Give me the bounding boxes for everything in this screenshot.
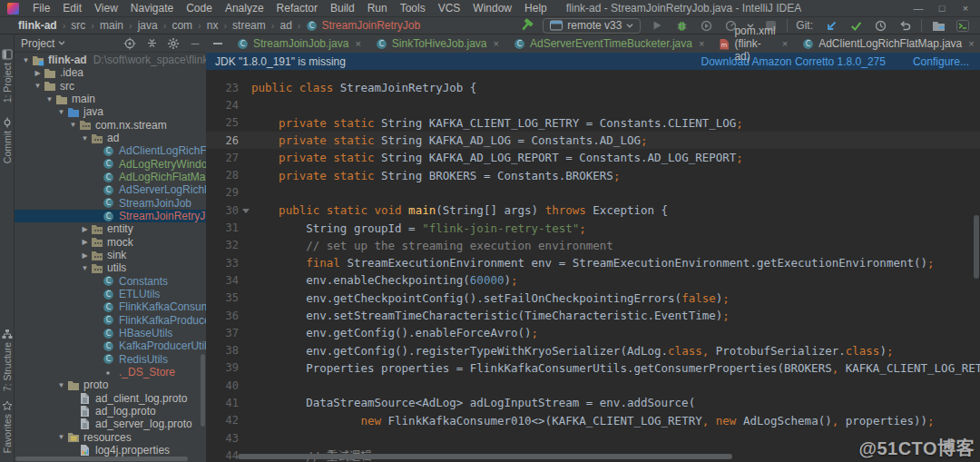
- tree-item-hbaseutils[interactable]: CHBaseUtils: [15, 327, 206, 339]
- menu-item-file[interactable]: File: [26, 0, 56, 16]
- tab-pom-xml-flink-ad[interactable]: mpom.xml (flink-ad)×: [711, 34, 795, 53]
- project-view-dropdown[interactable]: Project: [21, 37, 65, 50]
- menu-item-help[interactable]: Help: [518, 0, 554, 16]
- tree-item-src[interactable]: ▼src: [15, 80, 206, 93]
- menu-item-analyze[interactable]: Analyze: [219, 0, 270, 16]
- tool-window-button-7-structure[interactable]: 7: Structure: [2, 329, 13, 391]
- tab-close-icon[interactable]: ×: [968, 38, 974, 49]
- menu-item-view[interactable]: View: [88, 0, 124, 16]
- tab-close-icon[interactable]: ×: [355, 38, 360, 49]
- terminal-button[interactable]: [955, 18, 971, 33]
- menu-item-tools[interactable]: Tools: [394, 0, 432, 16]
- breadcrumb-nx[interactable]: nx: [207, 19, 219, 32]
- tree-item-utils[interactable]: ▼utils: [15, 261, 206, 274]
- tree-item-adlogretrywindowfunct[interactable]: CAdLogRetryWindowFunct: [15, 158, 206, 171]
- editor-horizontal-scrollbar[interactable]: [238, 454, 732, 459]
- run-with-coverage-button[interactable]: [698, 18, 714, 33]
- code-editor[interactable]: 23public class StreamJoinRetryJob {2425 …: [206, 70, 980, 462]
- tree-item-flinkkafkaproducerutils[interactable]: CFlinkKafkaProducerUtils: [15, 314, 206, 327]
- tab-close-icon[interactable]: ×: [782, 38, 788, 49]
- minimize-button[interactable]: —: [913, 0, 924, 16]
- tree-item-ds-store[interactable]: ._DS_Store: [15, 366, 206, 378]
- tool-window-button-commit[interactable]: Commit: [2, 117, 13, 163]
- maximize-button[interactable]: □: [936, 0, 947, 16]
- menu-item-code[interactable]: Code: [180, 0, 219, 16]
- tree-item-flinkkafkaconsumerutils[interactable]: CFlinkKafkaConsumerUtils: [15, 300, 206, 313]
- tree-item-streamjoinjob[interactable]: CStreamJoinJob: [15, 197, 206, 210]
- tree-collapsed-arrow-icon: ▶: [79, 251, 91, 260]
- tab-close-icon[interactable]: ×: [494, 38, 499, 49]
- debug-button[interactable]: [673, 18, 690, 33]
- download-jdk-link[interactable]: Download Amazon Corretto 1.8.0_275: [701, 55, 885, 68]
- tree-item-resources[interactable]: ▼resources: [15, 431, 206, 444]
- tab-adservereventtimebucketer-java[interactable]: CAdServerEventTimeBucketer.java×: [506, 34, 711, 53]
- tree-item-streamjoinretryjob[interactable]: CStreamJoinRetryJob: [15, 210, 206, 222]
- editor-vertical-scrollbar[interactable]: [974, 215, 979, 279]
- breadcrumb-ad[interactable]: ad: [279, 19, 291, 32]
- tree-item-ad[interactable]: ▼ad: [15, 132, 206, 144]
- tab-sinktohivejob-java[interactable]: CSinkToHiveJob.java×: [368, 34, 506, 53]
- menu-item-run[interactable]: Run: [361, 0, 394, 16]
- tree-item-main[interactable]: ▼main: [15, 93, 206, 105]
- tree-item-redisutils[interactable]: CRedisUtils: [15, 353, 206, 366]
- folder-java-icon: [67, 106, 82, 118]
- close-button[interactable]: ×: [960, 0, 971, 16]
- git-rollback-button[interactable]: [897, 18, 913, 33]
- menu-item-build[interactable]: Build: [324, 0, 361, 16]
- tool-window-button-1-project[interactable]: 1: Project: [2, 49, 13, 103]
- project-vertical-scrollbar[interactable]: [201, 354, 205, 427]
- tree-item-flink-ad[interactable]: ▼flink-adD:\soft\work_space\flink-ad: [15, 54, 206, 66]
- breadcrumb-main[interactable]: main: [100, 19, 123, 32]
- collapse-all-button[interactable]: [144, 36, 159, 51]
- tree-item-adclientlogrichflatmap[interactable]: CAdClientLogRichFlatMap: [15, 144, 206, 157]
- run-button[interactable]: [649, 18, 665, 33]
- tree-item-mock[interactable]: ▶mock: [15, 236, 206, 249]
- project-horizontal-scrollbar[interactable]: [15, 457, 188, 461]
- svg-text:C: C: [106, 329, 112, 338]
- tab-streamjoinjob-java[interactable]: CStreamJoinJob.java×: [230, 34, 368, 53]
- tree-item-idea[interactable]: ▶.idea: [15, 66, 206, 79]
- hide-panel-button[interactable]: ─: [188, 36, 202, 51]
- tree-item-etlutils[interactable]: CETLUtils: [15, 288, 206, 300]
- menu-item-edit[interactable]: Edit: [56, 0, 88, 16]
- breadcrumb-streamjoinretryjob[interactable]: CStreamJoinRetryJob: [306, 19, 420, 32]
- project-structure-button[interactable]: [930, 18, 946, 33]
- configure-jdk-link[interactable]: Configure...: [913, 55, 969, 68]
- breadcrumb-stream[interactable]: stream: [232, 19, 266, 32]
- tree-item-java[interactable]: ▼java: [15, 105, 206, 118]
- settings-gear-button[interactable]: [166, 36, 181, 51]
- tree-item-ad-server-log-proto[interactable]: ad_server_log.proto: [15, 418, 206, 430]
- breadcrumb-java[interactable]: java: [138, 19, 158, 32]
- tree-item-ad-client-log-proto[interactable]: ad_client_log.proto: [15, 392, 206, 405]
- tree-item-label: main: [70, 93, 95, 105]
- tree-item-log4j-properties[interactable]: log4j.properties: [15, 444, 206, 457]
- tab-close-icon[interactable]: ×: [699, 38, 704, 49]
- menu-item-window[interactable]: Window: [466, 0, 518, 16]
- breadcrumb-src[interactable]: src: [71, 19, 85, 32]
- git-history-button[interactable]: [872, 18, 888, 33]
- tree-item-ad-log-proto[interactable]: ad_log.proto: [15, 405, 206, 418]
- tab-adclientlogrichflatmap-java[interactable]: CAdClientLogRichFlatMap.java×: [795, 34, 980, 53]
- menu-item-refactor[interactable]: Refactor: [270, 0, 324, 16]
- breadcrumb-com[interactable]: com: [172, 19, 192, 32]
- tree-item-adlogrichflatmap[interactable]: CAdLogRichFlatMap: [15, 171, 206, 183]
- tree-item-entity[interactable]: ▶entity: [15, 222, 206, 235]
- breadcrumb-flink-ad[interactable]: flink-ad: [18, 19, 57, 32]
- locate-file-button[interactable]: [122, 36, 137, 51]
- tree-item-label: utils: [105, 261, 126, 274]
- git-update-button[interactable]: [823, 18, 839, 33]
- tree-item-kafkaproducerutils[interactable]: CKafkaProducerUtils: [15, 339, 206, 352]
- tree-item-sink[interactable]: ▶sink: [15, 249, 206, 261]
- tree-item-constants[interactable]: CConstants: [15, 275, 206, 288]
- run-configuration-select[interactable]: remote v33: [543, 18, 641, 34]
- tool-window-button-favorites[interactable]: Favorites: [2, 400, 13, 453]
- toolbar-divider: [787, 19, 788, 32]
- git-commit-button[interactable]: [848, 18, 864, 33]
- build-hammer-button[interactable]: [518, 18, 534, 33]
- tree-item-adserverlogrichflatmap[interactable]: CAdServerLogRichFlatMap: [15, 183, 206, 196]
- menu-item-vcs[interactable]: VCS: [432, 0, 467, 16]
- tree-item-proto[interactable]: ▼proto: [15, 378, 206, 391]
- fold-arrow-icon[interactable]: [242, 209, 250, 213]
- menu-item-navigate[interactable]: Navigate: [124, 0, 180, 16]
- tree-item-com-nx-stream[interactable]: ▼com.nx.stream: [15, 119, 206, 132]
